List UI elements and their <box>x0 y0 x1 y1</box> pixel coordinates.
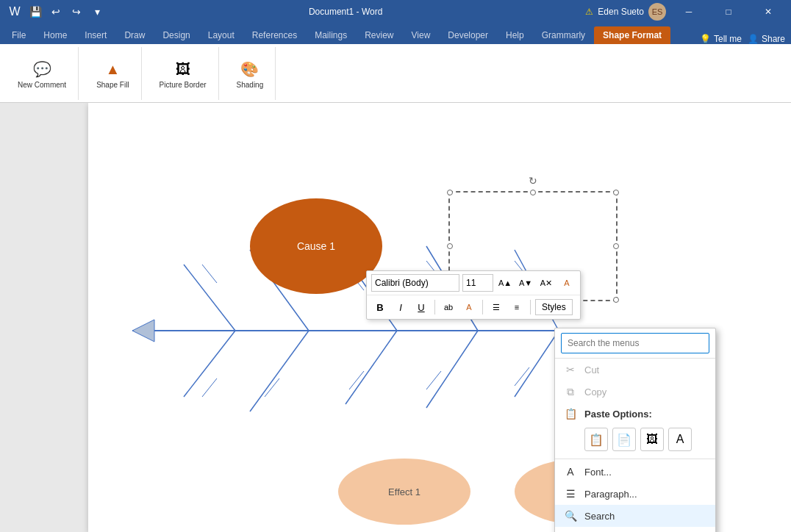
tab-insert[interactable]: Insert <box>76 26 115 44</box>
paste-options-header: 📋 Paste Options: <box>555 403 715 425</box>
effect1-shape[interactable]: Effect 1 <box>338 459 470 525</box>
paste-btn-2[interactable]: 📄 <box>612 428 636 451</box>
tab-view[interactable]: View <box>403 26 440 44</box>
save-btn[interactable]: 💾 <box>26 3 44 21</box>
ribbon-group-shape: ▲ Shape Fill <box>85 47 141 100</box>
font-selector[interactable] <box>371 274 459 292</box>
ribbon-tabs: File Home Insert Draw Design Layout Refe… <box>0 24 791 44</box>
tab-mailings[interactable]: Mailings <box>306 26 356 44</box>
text-effect-btn[interactable]: A <box>558 274 576 292</box>
tab-file[interactable]: File <box>3 26 35 44</box>
ribbon-right: 💡 Tell me 👤 Share <box>700 34 791 44</box>
font-color-btn[interactable]: A <box>460 298 478 316</box>
ribbon-group-shading: 🎨 Shading <box>225 47 276 100</box>
bold-btn[interactable]: B <box>371 298 389 316</box>
paste-btn-3[interactable]: 🖼 <box>640 428 664 451</box>
new-comment-ribbon-btn[interactable]: 💬 New Comment <box>12 54 72 92</box>
italic-btn[interactable]: I <box>392 298 409 316</box>
tab-help[interactable]: Help <box>497 26 533 44</box>
paragraph-menu-item[interactable]: ☰ Paragraph... <box>555 483 715 505</box>
font-menu-icon: A <box>564 465 577 478</box>
shading-label: Shading <box>237 81 264 89</box>
context-menu-search-input[interactable] <box>561 333 709 353</box>
shape-fill-icon: ▲ <box>101 57 124 81</box>
share-icon: 👤 <box>748 34 759 44</box>
user-info: ⚠ Eden Sueto ES <box>585 3 666 21</box>
ribbon-group-comment: 💬 New Comment <box>6 47 79 100</box>
increase-font-btn[interactable]: A▲ <box>496 274 514 292</box>
shape-fill-btn[interactable]: ▲ Shape Fill <box>90 54 135 92</box>
search-menu-icon: 🔍 <box>564 509 577 522</box>
picture-border-label: Picture Border <box>160 81 207 89</box>
copy-menu-item[interactable]: ⧉ Copy <box>555 381 715 403</box>
paragraph-label: Paragraph... <box>584 489 637 500</box>
tab-home[interactable]: Home <box>35 26 76 44</box>
minimize-btn[interactable]: ─ <box>672 0 706 24</box>
clear-format-btn[interactable]: A✕ <box>537 274 555 292</box>
cause1-label: Cause 1 <box>297 240 335 252</box>
paste-options-row: 📋 📄 🖼 A <box>555 425 715 457</box>
search-menu-label: Search <box>584 511 615 522</box>
ribbon-group-border: 🖼 Picture Border <box>148 47 219 100</box>
font-size-selector[interactable] <box>462 274 493 292</box>
title-bar-left: W 💾 ↩ ↪ ▾ <box>6 3 106 21</box>
tab-references[interactable]: References <box>243 26 306 44</box>
share-btn[interactable]: 👤 Share <box>748 34 785 44</box>
bullets-btn[interactable]: ☰ <box>487 298 505 316</box>
tab-grammarly[interactable]: Grammarly <box>533 26 594 44</box>
decrease-font-btn[interactable]: A▼ <box>517 274 534 292</box>
cause1-shape[interactable]: Cause 1 <box>250 198 382 294</box>
tab-review[interactable]: Review <box>356 26 402 44</box>
restore-btn[interactable]: □ <box>712 0 745 24</box>
context-menu-search-box <box>555 328 715 359</box>
copy-label: Copy <box>584 387 606 398</box>
left-sidebar <box>0 103 88 532</box>
lightbulb-icon: 💡 <box>700 34 711 44</box>
svg-line-22 <box>515 367 529 386</box>
paste-btn-1[interactable]: 📋 <box>584 428 608 451</box>
cut-menu-item[interactable]: ✂ Cut <box>555 359 715 381</box>
styles-btn[interactable]: Styles <box>535 299 573 315</box>
tell-me-btn[interactable]: 💡 Tell me <box>700 34 742 44</box>
copy-icon: ⧉ <box>564 385 577 398</box>
toolbar-sep1 <box>434 300 435 314</box>
undo-btn[interactable]: ↩ <box>47 3 65 21</box>
tell-me-label: Tell me <box>714 34 742 44</box>
redo-btn[interactable]: ↪ <box>68 3 85 21</box>
quick-access-toolbar: 💾 ↩ ↪ ▾ <box>26 3 106 21</box>
shape-fill-label: Shape Fill <box>96 81 129 89</box>
numbering-btn[interactable]: ≡ <box>508 298 526 316</box>
document-title: Document1 - Word <box>106 7 585 17</box>
paste-icon: 📋 <box>564 407 577 420</box>
menu-separator-1 <box>555 459 715 459</box>
font-menu-item[interactable]: A Font... <box>555 461 715 483</box>
paste-btn-4[interactable]: A <box>668 428 692 451</box>
synonyms-menu-item[interactable]: 📖 Synonyms ▶ <box>555 527 715 532</box>
tab-developer[interactable]: Developer <box>439 26 497 44</box>
tab-draw[interactable]: Draw <box>115 26 154 44</box>
effect1-label: Effect 1 <box>388 486 420 497</box>
svg-line-13 <box>202 265 217 283</box>
close-btn[interactable]: ✕ <box>751 0 785 24</box>
svg-line-7 <box>184 331 235 397</box>
document-area: Cause 1 ↻ Effect 1 Effect 2 A▲ <box>0 103 791 532</box>
underline-btn[interactable]: U <box>412 298 430 316</box>
title-bar: W 💾 ↩ ↪ ▾ Document1 - Word ⚠ Eden Sueto … <box>0 0 791 24</box>
floating-toolbar: A▲ A▼ A✕ A B I U ab A ☰ ≡ Styles <box>366 270 581 320</box>
shading-btn[interactable]: 🎨 Shading <box>231 54 270 92</box>
cut-icon: ✂ <box>564 363 577 376</box>
tab-layout[interactable]: Layout <box>199 26 243 44</box>
svg-line-9 <box>346 331 397 404</box>
shading-icon: 🎨 <box>238 57 262 81</box>
context-menu: ✂ Cut ⧉ Copy 📋 Paste Options: 📋 📄 🖼 A A … <box>554 328 716 532</box>
share-label: Share <box>762 34 785 44</box>
search-menu-item[interactable]: 🔍 Search <box>555 505 715 527</box>
quick-access-dropdown[interactable]: ▾ <box>88 3 106 21</box>
picture-border-btn[interactable]: 🖼 Picture Border <box>154 54 212 92</box>
highlight-btn[interactable]: ab <box>440 298 457 316</box>
svg-line-8 <box>250 331 309 411</box>
tab-shape-format[interactable]: Shape Format <box>594 26 670 44</box>
svg-line-18 <box>202 378 217 397</box>
user-avatar[interactable]: ES <box>648 3 666 21</box>
tab-design[interactable]: Design <box>154 26 198 44</box>
